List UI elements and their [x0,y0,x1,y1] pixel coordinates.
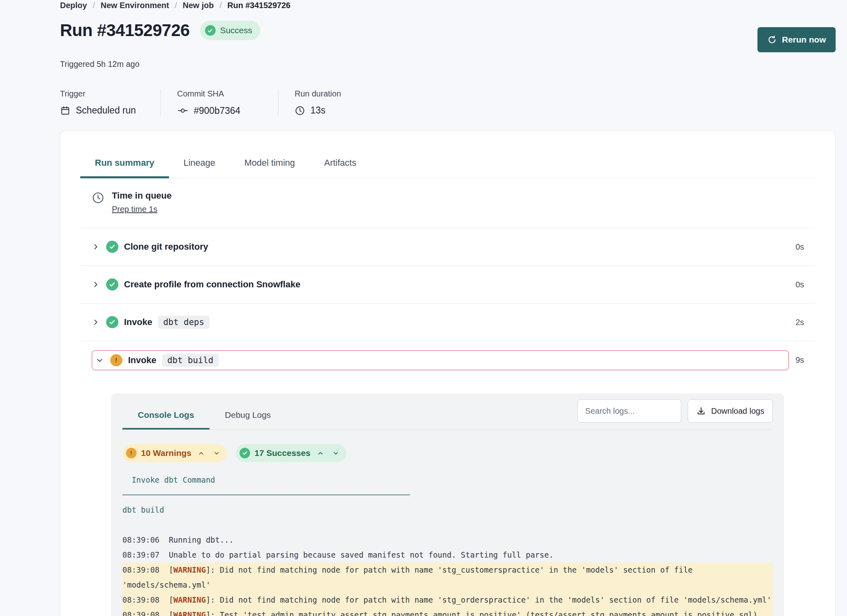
breadcrumb-item[interactable]: New job [183,1,214,10]
download-logs-button[interactable]: Download logs [688,399,773,423]
page-header: Deploy/New Environment/New job/Run #3415… [60,0,836,116]
success-count-badge[interactable]: 17 Successes [236,444,346,462]
card-content: Run summaryLineageModel timingArtifacts … [80,131,815,616]
log-line: 08:39:08 [WARNING]: Test 'test.admin_mat… [122,607,773,616]
log-line: dbt build [122,503,773,518]
meta-label: Trigger [60,89,144,98]
meta-item: Trigger Scheduled run [60,89,160,116]
warning-circle-icon [110,354,122,366]
rerun-now-button[interactable]: Rerun now [757,27,836,52]
tab-run-summary[interactable]: Run summary [80,158,169,178]
step-duration: 2s [796,318,804,327]
step-row-highlight[interactable]: Invokedbt build [92,350,789,370]
run-summary-card: Run summaryLineageModel timingArtifacts … [60,130,836,616]
rerun-label: Rerun now [782,35,826,45]
warning-token: WARNING [173,595,206,604]
title-group: Run #341529726 Success [60,21,260,40]
meta-value: 13s [295,105,341,116]
clock-icon [295,105,305,116]
step-status-icon [106,278,118,291]
refresh-icon [767,35,777,45]
warning-token: WARNING [173,565,206,574]
step-duration: 0s [796,242,804,252]
step-duration: 9s [796,355,804,365]
prep-time-link[interactable]: Prep time 1s [112,205,157,214]
log-tabs: Console LogsDebug Logs [122,404,286,429]
commit-icon [177,105,188,116]
step-status-icon [106,316,118,328]
step-label: Clone git repository [124,242,208,252]
chevron-down-icon [96,357,104,364]
log-output: Invoke dbt Command──────────────────────… [122,473,773,616]
chevron-up-icon[interactable] [315,450,326,457]
clock-icon [92,191,105,214]
check-circle-icon [106,241,118,253]
chevron-up-icon[interactable] [196,450,207,457]
log-tab-debug-logs[interactable]: Debug Logs [210,404,286,430]
download-icon [696,406,706,416]
calendar-icon [60,105,71,116]
download-label: Download logs [711,406,764,416]
queue-title: Time in queue [112,190,172,201]
chevron-down-icon[interactable] [330,450,341,457]
warning-count-badge[interactable]: 10 Warnings [122,444,227,462]
logs-panel: Console LogsDebug Logs Download logs 10 … [111,394,784,616]
step-row[interactable]: Clone git repository 0s [80,228,815,266]
tab-model-timing[interactable]: Model timing [230,158,310,178]
logs-header: Console LogsDebug Logs Download logs [122,399,773,430]
log-tab-console-logs[interactable]: Console Logs [122,404,210,430]
tab-artifacts[interactable]: Artifacts [310,158,371,178]
step-status-icon [110,354,122,366]
check-circle-icon [205,25,216,36]
step-row[interactable]: Invokedbt build 9s [80,341,815,379]
meta-value: Scheduled run [60,105,144,116]
check-circle-icon [240,448,250,458]
breadcrumb-item: Run #341529726 [227,1,291,10]
tab-lineage[interactable]: Lineage [169,158,230,178]
status-badge: Success [200,21,260,40]
log-actions: Download logs [578,399,773,423]
chevron-down-icon[interactable] [211,450,222,457]
log-line: 08:39:07 Unable to do partial parsing be… [122,548,773,563]
badge-label: 10 Warnings [141,448,191,458]
chevron-right-icon [92,243,100,250]
warning-token: WARNING [173,610,206,616]
step-command-chip: dbt build [162,354,219,367]
chevron-right-icon [92,281,100,288]
log-badges: 10 Warnings 17 Successes [122,444,773,462]
log-line [122,518,773,533]
step-duration: 0s [796,280,804,289]
log-line: 08:39:08 [WARNING]: Did not find matchin… [122,592,773,607]
breadcrumb-separator: / [219,1,222,10]
triggered-ago: Triggered 5h 12m ago [60,60,836,69]
run-meta: Trigger Scheduled run Commit SHA #900b73… [60,89,836,116]
breadcrumb-separator: / [175,1,177,10]
run-detail-page: Deploy/New Environment/New job/Run #3415… [0,0,847,616]
log-line: Invoke dbt Command [122,473,773,488]
badge-label: 17 Successes [255,448,310,458]
meta-label: Run duration [295,89,341,98]
breadcrumb-item[interactable]: Deploy [60,1,87,10]
step-status-icon [106,241,118,253]
search-logs-input[interactable] [578,399,681,423]
steps-list: Clone git repository 0s Create profile f… [80,228,815,379]
breadcrumb-item[interactable]: New Environment [101,1,169,10]
log-line: ────────────────────────────────────────… [122,488,773,503]
step-label: Invoke [124,317,152,327]
meta-value: #900b7364 [177,105,262,116]
step-row[interactable]: Create profile from connection Snowflake… [80,266,815,304]
meta-item: Commit SHA #900b7364 [160,89,278,116]
run-tabs: Run summaryLineageModel timingArtifacts [80,131,815,178]
check-circle-icon [106,316,118,328]
breadcrumb: Deploy/New Environment/New job/Run #3415… [60,1,836,10]
page-title: Run #341529726 [60,21,190,40]
check-circle-icon [106,278,118,291]
meta-label: Commit SHA [177,89,262,98]
step-label: Invoke [128,355,156,366]
meta-item: Run duration 13s [278,89,357,116]
step-command-chip: dbt deps [158,316,210,329]
breadcrumb-separator: / [93,1,95,10]
step-row[interactable]: Invokedbt deps 2s [80,304,815,341]
warning-circle-icon [126,448,137,458]
log-line: 08:39:06 Running dbt... [122,533,773,548]
